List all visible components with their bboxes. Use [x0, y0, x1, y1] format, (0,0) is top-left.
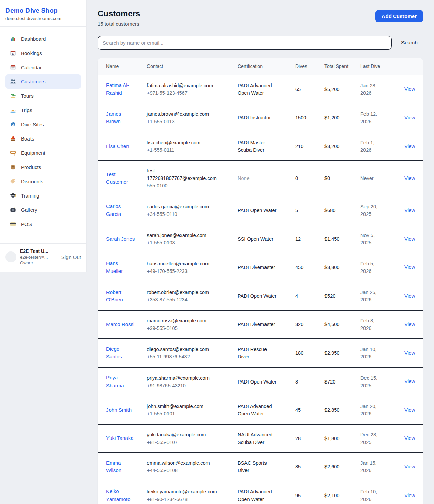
speedboat-icon — [9, 107, 16, 113]
table-row: Fatima Al-Rashidfatima.alrashid@example.… — [98, 75, 423, 104]
customer-total-spent: $2,950 — [324, 339, 360, 368]
view-link[interactable]: View — [404, 435, 415, 441]
customer-last-dive: Jan 15, 2026 — [360, 452, 397, 481]
sidebar-item-dive-sites[interactable]: Dive Sites — [5, 117, 81, 131]
column-header-certification: Certification — [238, 58, 295, 75]
view-link[interactable]: View — [404, 115, 415, 120]
sidebar-item-calendar[interactable]: Calendar — [5, 60, 81, 74]
column-header-contact: Contact — [147, 58, 238, 75]
customer-phone: +44-555-0108 — [147, 467, 218, 474]
search-input[interactable] — [98, 36, 392, 50]
view-link[interactable]: View — [404, 321, 415, 327]
customer-name-link[interactable]: Keiko Yamamoto — [106, 488, 130, 502]
sidebar-item-products[interactable]: Products — [5, 160, 81, 174]
customer-phone: +1-555-0111 — [147, 146, 218, 154]
customer-dives: 5 — [295, 196, 324, 225]
sidebar-item-training[interactable]: Training — [5, 188, 81, 203]
customer-dives: 8 — [295, 367, 324, 396]
customer-last-dive: Jan 10, 2026 — [360, 339, 397, 368]
customer-certification: PADI Instructor — [238, 104, 295, 132]
customer-certification: PADI Open Water — [238, 367, 295, 396]
view-link[interactable]: View — [404, 378, 415, 384]
customer-phone: +34-555-0110 — [147, 210, 218, 218]
view-link[interactable]: View — [404, 236, 415, 242]
user-meta: E2E Test U... e2e-tester@... Owner — [20, 248, 59, 265]
customer-name-link[interactable]: Hans Mueller — [106, 260, 123, 274]
view-link[interactable]: View — [404, 207, 415, 213]
customer-total-spent: $720 — [324, 367, 360, 396]
customer-phone: +49-170-555-2233 — [147, 267, 218, 275]
customer-name-link[interactable]: Priya Sharma — [106, 375, 124, 388]
sidebar-item-gallery[interactable]: Gallery — [5, 203, 81, 217]
table-row: Lisa Chenlisa.chen@example.com+1-555-011… — [98, 132, 423, 161]
view-link[interactable]: View — [404, 350, 415, 356]
customer-total-spent: $1,800 — [324, 424, 360, 452]
table-header: NameContactCertificationDivesTotal Spent… — [98, 58, 423, 75]
customer-email: keiko.yamamoto@example.com — [147, 488, 218, 496]
customer-certification: PADI Rescue Diver — [238, 339, 295, 368]
customer-name-link[interactable]: Emma Wilson — [106, 460, 121, 473]
sidebar-item-label: Bookings — [21, 50, 42, 56]
customers-table: NameContactCertificationDivesTotal Spent… — [98, 58, 423, 504]
customer-name-link[interactable]: John Smith — [106, 407, 132, 413]
search-button[interactable]: Search — [401, 40, 418, 46]
camera-icon — [9, 206, 16, 213]
view-link[interactable]: View — [404, 264, 415, 270]
customer-dives: 45 — [295, 396, 324, 424]
view-link[interactable]: View — [404, 143, 415, 149]
sidebar-item-label: Dashboard — [21, 36, 46, 42]
customer-certification: SSI Open Water — [238, 225, 295, 253]
customer-total-spent: $2,100 — [324, 481, 360, 504]
customer-dives: 180 — [295, 339, 324, 368]
sidebar-item-pos[interactable]: POS — [5, 217, 81, 231]
customer-dives: 65 — [295, 75, 324, 104]
customer-certification: PADI Divemaster — [238, 311, 295, 339]
customer-name-link[interactable]: Lisa Chen — [106, 143, 129, 149]
customer-last-dive: Jan 28, 2026 — [360, 75, 397, 104]
view-link[interactable]: View — [404, 293, 415, 299]
customer-name-link[interactable]: Yuki Tanaka — [106, 435, 134, 441]
customer-name-link[interactable]: Fatima Al-Rashid — [106, 82, 129, 96]
sidebar-item-bookings[interactable]: 17Bookings — [5, 46, 81, 60]
sidebar-item-trips[interactable]: Trips — [5, 103, 81, 117]
user-name: E2E Test U... — [20, 248, 59, 254]
customer-name-link[interactable]: Test Customer — [106, 171, 128, 185]
add-customer-button[interactable]: Add Customer — [375, 10, 423, 22]
customer-name-link[interactable]: Marco Rossi — [106, 321, 134, 327]
sign-out-button[interactable]: Sign Out — [59, 254, 81, 260]
customer-count: 15 total customers — [98, 21, 140, 27]
bar-chart-icon — [9, 35, 16, 42]
sidebar-item-boats[interactable]: Boats — [5, 131, 81, 146]
customer-total-spent: $1,200 — [324, 104, 360, 132]
sidebar-item-equipment[interactable]: Equipment — [5, 146, 81, 160]
customer-email: test-1772681807767@example.com — [147, 167, 218, 182]
view-link[interactable]: View — [404, 464, 415, 469]
view-link[interactable]: View — [404, 175, 415, 181]
customer-name-link[interactable]: Carlos Garcia — [106, 203, 121, 217]
sidebar-item-label: Equipment — [21, 150, 45, 156]
customer-phone: +81-555-0107 — [147, 438, 218, 446]
sailboat-icon — [9, 135, 16, 142]
view-link[interactable]: View — [404, 492, 415, 498]
customer-certification: PADI Advanced Open Water — [238, 481, 295, 504]
sidebar-item-discounts[interactable]: Discounts — [5, 174, 81, 188]
sidebar-item-customers[interactable]: Customers — [5, 74, 81, 89]
table-row: Priya Sharmapriya.sharma@example.com+91-… — [98, 367, 423, 396]
customer-name-link[interactable]: Sarah Jones — [106, 236, 135, 242]
sidebar-item-label: Discounts — [21, 179, 43, 184]
customer-name-link[interactable]: Robert O'Brien — [106, 289, 123, 303]
customer-name-link[interactable]: Diego Santos — [106, 346, 122, 359]
view-link[interactable]: View — [404, 86, 415, 92]
people-icon — [9, 78, 16, 85]
svg-text:17: 17 — [12, 53, 14, 55]
view-link[interactable]: View — [404, 407, 415, 413]
customer-name-link[interactable]: James Brown — [106, 111, 121, 125]
customer-dives: 210 — [295, 132, 324, 161]
customer-dives: 4 — [295, 282, 324, 311]
customer-certification: PADI Open Water — [238, 196, 295, 225]
customer-email: priya.sharma@example.com — [147, 374, 218, 382]
sidebar-item-dashboard[interactable]: Dashboard — [5, 32, 81, 46]
sidebar: Demo Dive Shop demo.test.divestreams.com… — [0, 0, 87, 272]
sidebar-item-tours[interactable]: Tours — [5, 89, 81, 103]
customer-email: lisa.chen@example.com — [147, 139, 218, 146]
